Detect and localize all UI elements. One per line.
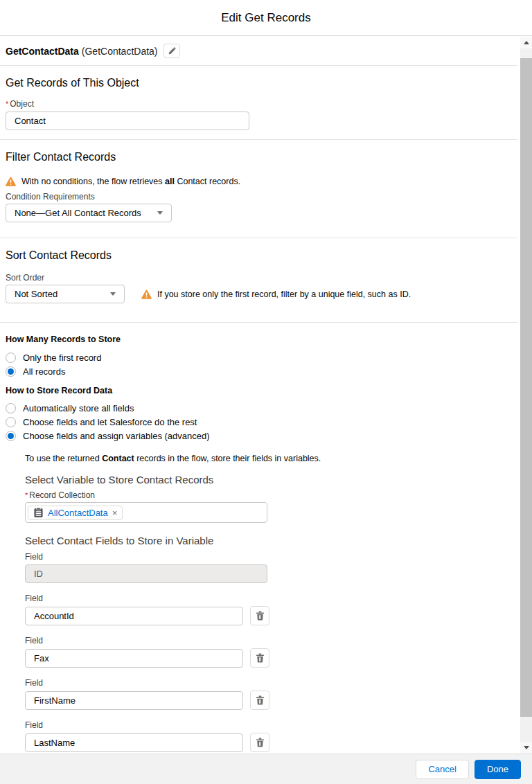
radio-choose-fields-salesforce[interactable]: Choose fields and let Salesforce do the …: [6, 415, 512, 429]
delete-field-button[interactable]: [250, 733, 269, 752]
record-collection-label: *Record Collection: [25, 490, 512, 500]
field-input[interactable]: [25, 607, 243, 625]
select-variable-heading: Select Variable to Store Contact Records: [25, 474, 512, 486]
sort-order-label: Sort Order: [6, 273, 512, 283]
field-group: Field: [25, 720, 512, 752]
element-label: GetContactData: [6, 46, 79, 57]
field-label: Field: [25, 594, 512, 603]
how-to-store-label: How to Store Record Data: [6, 386, 512, 396]
section-store: How Many Records to Store Only the first…: [0, 335, 517, 754]
store-intro-text: To use the returned Contact records in t…: [25, 454, 512, 463]
done-button[interactable]: Done: [475, 760, 521, 779]
warning-icon: [141, 289, 152, 299]
element-name-row: GetContactData (GetContactData): [0, 37, 517, 66]
modal-header: Edit Get Records: [0, 0, 532, 36]
advanced-store-block: To use the returned Contact records in t…: [25, 454, 512, 754]
record-collection-value: AllContactData: [48, 508, 108, 518]
sort-warning: If you store only the first record, filt…: [141, 289, 411, 299]
trash-icon: [256, 695, 265, 705]
radio-selected-icon: [6, 366, 16, 377]
triangle-down-icon: [524, 746, 529, 749]
trash-icon: [256, 738, 265, 747]
chevron-down-icon: [110, 292, 116, 296]
section-object: Get Records of This Object *Object: [0, 76, 517, 140]
condition-requirements-value: None—Get All Contact Records: [15, 208, 141, 218]
scrollbar-thumb[interactable]: [520, 58, 532, 717]
how-many-records-label: How Many Records to Store: [6, 335, 512, 345]
modal-body: GetContactData (GetContactData) Get Reco…: [0, 37, 517, 754]
field-label: Field: [25, 678, 512, 688]
required-asterisk: *: [6, 100, 8, 108]
pencil-icon: [168, 47, 176, 55]
radio-choose-fields-advanced[interactable]: Choose fields and assign variables (adva…: [6, 429, 512, 443]
field-group-id: Field: [25, 552, 512, 583]
edit-name-button[interactable]: [163, 44, 180, 58]
sort-warning-text: If you store only the first record, filt…: [157, 289, 411, 299]
section-filter: Filter Contact Records With no condition…: [0, 150, 517, 238]
field-input[interactable]: [25, 733, 243, 752]
record-collection-icon: [33, 508, 44, 518]
section-sort: Sort Contact Records Sort Order Not Sort…: [0, 249, 517, 323]
condition-requirements-label: Condition Requirements: [6, 192, 512, 202]
field-label: Field: [25, 720, 512, 730]
radio-only-first-record[interactable]: Only the first record: [6, 350, 512, 364]
filter-warning: With no conditions, the flow retrieves a…: [6, 177, 512, 186]
record-collection-pill[interactable]: AllContactData ×: [28, 506, 123, 520]
close-icon[interactable]: ×: [112, 508, 118, 517]
delete-field-button[interactable]: [250, 691, 269, 710]
modal-footer: Cancel Done: [0, 754, 532, 784]
page-title: Edit Get Records: [221, 11, 310, 25]
radio-icon: [6, 353, 16, 363]
vertical-scrollbar[interactable]: [520, 37, 532, 754]
field-input[interactable]: [25, 691, 243, 710]
field-input[interactable]: [25, 649, 243, 668]
scroll-down-button[interactable]: [520, 742, 532, 754]
field-group: Field: [25, 678, 512, 710]
field-group: Field: [25, 636, 512, 668]
condition-requirements-select[interactable]: None—Get All Contact Records: [6, 204, 172, 222]
field-label: Field: [25, 636, 512, 645]
section-filter-heading: Filter Contact Records: [6, 150, 512, 163]
section-sort-heading: Sort Contact Records: [6, 249, 512, 262]
section-object-heading: Get Records of This Object: [6, 76, 512, 89]
field-group: Field: [25, 594, 512, 625]
element-api-name: (GetContactData): [82, 46, 158, 57]
delete-field-button[interactable]: [250, 606, 269, 625]
triangle-up-icon: [524, 41, 529, 44]
cancel-button[interactable]: Cancel: [416, 760, 468, 779]
radio-all-records[interactable]: All records: [6, 364, 512, 378]
scroll-up-button[interactable]: [520, 37, 532, 48]
object-input[interactable]: [6, 112, 249, 130]
field-input-id: [25, 564, 267, 583]
select-fields-heading: Select Contact Fields to Store in Variab…: [25, 535, 512, 547]
edit-get-records-modal: Edit Get Records GetContactData (GetCont…: [0, 0, 532, 784]
sort-order-select[interactable]: Not Sorted: [6, 285, 125, 303]
sort-order-value: Not Sorted: [15, 289, 57, 299]
radio-icon: [6, 403, 16, 413]
trash-icon: [256, 611, 265, 621]
radio-selected-icon: [6, 431, 16, 441]
record-collection-combobox[interactable]: AllContactData ×: [25, 502, 267, 523]
radio-automatically-store[interactable]: Automatically store all fields: [6, 401, 512, 415]
radio-icon: [6, 417, 16, 427]
field-label: Field: [25, 552, 512, 562]
delete-field-button[interactable]: [250, 648, 269, 668]
chevron-down-icon: [157, 211, 163, 215]
object-field-label: *Object: [6, 99, 512, 109]
warning-icon: [6, 177, 16, 186]
trash-icon: [256, 653, 265, 663]
required-asterisk: *: [25, 491, 28, 499]
filter-warning-text: With no conditions, the flow retrieves a…: [21, 177, 240, 186]
